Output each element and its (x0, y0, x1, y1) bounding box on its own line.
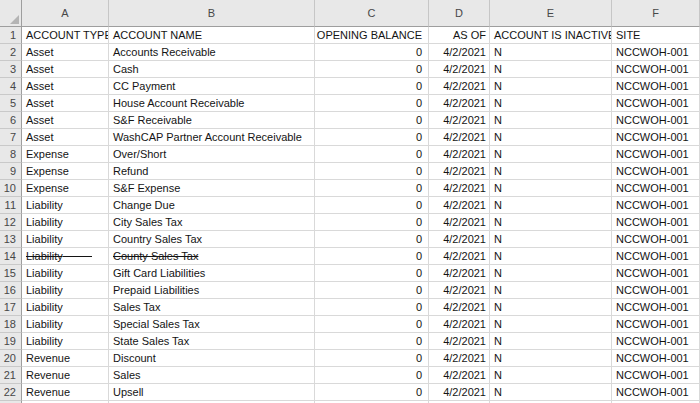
cell-D13[interactable]: 4/2/2021 (429, 231, 490, 248)
cell-A2[interactable]: Asset (22, 44, 109, 61)
row-header-22[interactable]: 22 (0, 384, 22, 401)
cell-A18[interactable]: Liability (22, 316, 109, 333)
cell-E9[interactable]: N (490, 163, 612, 180)
cell-D3[interactable]: 4/2/2021 (429, 61, 490, 78)
cell-A13[interactable]: Liability (22, 231, 109, 248)
cell-D9[interactable]: 4/2/2021 (429, 163, 490, 180)
cell-A4[interactable]: Asset (22, 78, 109, 95)
row-header-12[interactable]: 12 (0, 214, 22, 231)
cell-B2[interactable]: Accounts Receivable (109, 44, 315, 61)
cell-A22[interactable]: Revenue (22, 384, 109, 401)
cell-D12[interactable]: 4/2/2021 (429, 214, 490, 231)
cell-B18[interactable]: Special Sales Tax (109, 316, 315, 333)
row-header-1[interactable]: 1 (0, 27, 22, 44)
cell-C2[interactable]: 0 (315, 44, 429, 61)
cell-C6[interactable]: 0 (315, 112, 429, 129)
row-header-14[interactable]: 14 (0, 248, 22, 265)
cell-C5[interactable]: 0 (315, 95, 429, 112)
cell-B8[interactable]: Over/Short (109, 146, 315, 163)
row-header-18[interactable]: 18 (0, 316, 22, 333)
cell-B19[interactable]: State Sales Tax (109, 333, 315, 350)
cell-E6[interactable]: N (490, 112, 612, 129)
row-header-3[interactable]: 3 (0, 61, 22, 78)
cell-F10[interactable]: NCCWOH-001 (612, 180, 700, 197)
cell-D6[interactable]: 4/2/2021 (429, 112, 490, 129)
row-header-21[interactable]: 21 (0, 367, 22, 384)
cell-D19[interactable]: 4/2/2021 (429, 333, 490, 350)
cell-E12[interactable]: N (490, 214, 612, 231)
cell-E18[interactable]: N (490, 316, 612, 333)
column-header-F[interactable]: F (612, 0, 700, 27)
cell-C7[interactable]: 0 (315, 129, 429, 146)
cell-E16[interactable]: N (490, 282, 612, 299)
cell-E13[interactable]: N (490, 231, 612, 248)
cell-B15[interactable]: Gift Card Liabilities (109, 265, 315, 282)
cell-F21[interactable]: NCCWOH-001 (612, 367, 700, 384)
cell-B17[interactable]: Sales Tax (109, 299, 315, 316)
cell-E3[interactable]: N (490, 61, 612, 78)
column-header-D[interactable]: D (429, 0, 490, 27)
cell-C4[interactable]: 0 (315, 78, 429, 95)
row-header-4[interactable]: 4 (0, 78, 22, 95)
cell-B13[interactable]: Country Sales Tax (109, 231, 315, 248)
cell-B1[interactable]: ACCOUNT NAME (109, 27, 315, 44)
cell-F12[interactable]: NCCWOH-001 (612, 214, 700, 231)
cell-F13[interactable]: NCCWOH-001 (612, 231, 700, 248)
cell-B14[interactable]: County Sales Tax (109, 248, 315, 265)
row-header-16[interactable]: 16 (0, 282, 22, 299)
cell-F14[interactable]: NCCWOH-001 (612, 248, 700, 265)
cell-A9[interactable]: Expense (22, 163, 109, 180)
cell-A8[interactable]: Expense (22, 146, 109, 163)
cell-A15[interactable]: Liability (22, 265, 109, 282)
cell-E7[interactable]: N (490, 129, 612, 146)
cell-E11[interactable]: N (490, 197, 612, 214)
cell-F4[interactable]: NCCWOH-001 (612, 78, 700, 95)
cell-A1[interactable]: ACCOUNT TYPE (22, 27, 109, 44)
cell-D15[interactable]: 4/2/2021 (429, 265, 490, 282)
row-header-19[interactable]: 19 (0, 333, 22, 350)
select-all-button[interactable] (0, 0, 22, 27)
cell-F1[interactable]: SITE (612, 27, 700, 44)
cell-B11[interactable]: Change Due (109, 197, 315, 214)
cell-E20[interactable]: N (490, 350, 612, 367)
cell-C1[interactable]: OPENING BALANCE (315, 27, 429, 44)
cell-B4[interactable]: CC Payment (109, 78, 315, 95)
cell-B22[interactable]: Upsell (109, 384, 315, 401)
cell-D20[interactable]: 4/2/2021 (429, 350, 490, 367)
cell-C3[interactable]: 0 (315, 61, 429, 78)
row-header-8[interactable]: 8 (0, 146, 22, 163)
cell-D14[interactable]: 4/2/2021 (429, 248, 490, 265)
cell-C22[interactable]: 0 (315, 384, 429, 401)
cell-E4[interactable]: N (490, 78, 612, 95)
cell-E10[interactable]: N (490, 180, 612, 197)
cell-C8[interactable]: 0 (315, 146, 429, 163)
cell-F7[interactable]: NCCWOH-001 (612, 129, 700, 146)
cell-F22[interactable]: NCCWOH-001 (612, 384, 700, 401)
row-header-6[interactable]: 6 (0, 112, 22, 129)
row-header-15[interactable]: 15 (0, 265, 22, 282)
cell-B5[interactable]: House Account Receivable (109, 95, 315, 112)
cell-A19[interactable]: Liability (22, 333, 109, 350)
cell-E14[interactable]: N (490, 248, 612, 265)
row-header-17[interactable]: 17 (0, 299, 22, 316)
cell-E17[interactable]: N (490, 299, 612, 316)
cell-F2[interactable]: NCCWOH-001 (612, 44, 700, 61)
cell-A10[interactable]: Expense (22, 180, 109, 197)
cell-C21[interactable]: 0 (315, 367, 429, 384)
cell-D1[interactable]: AS OF (429, 27, 490, 44)
cell-D22[interactable]: 4/2/2021 (429, 384, 490, 401)
cell-F11[interactable]: NCCWOH-001 (612, 197, 700, 214)
cell-C9[interactable]: 0 (315, 163, 429, 180)
column-header-E[interactable]: E (490, 0, 612, 27)
cell-E21[interactable]: N (490, 367, 612, 384)
row-header-2[interactable]: 2 (0, 44, 22, 61)
cell-D5[interactable]: 4/2/2021 (429, 95, 490, 112)
cell-A16[interactable]: Liability (22, 282, 109, 299)
cell-C11[interactable]: 0 (315, 197, 429, 214)
row-header-13[interactable]: 13 (0, 231, 22, 248)
cell-F8[interactable]: NCCWOH-001 (612, 146, 700, 163)
cell-E19[interactable]: N (490, 333, 612, 350)
cell-A21[interactable]: Revenue (22, 367, 109, 384)
cell-D18[interactable]: 4/2/2021 (429, 316, 490, 333)
cell-E2[interactable]: N (490, 44, 612, 61)
